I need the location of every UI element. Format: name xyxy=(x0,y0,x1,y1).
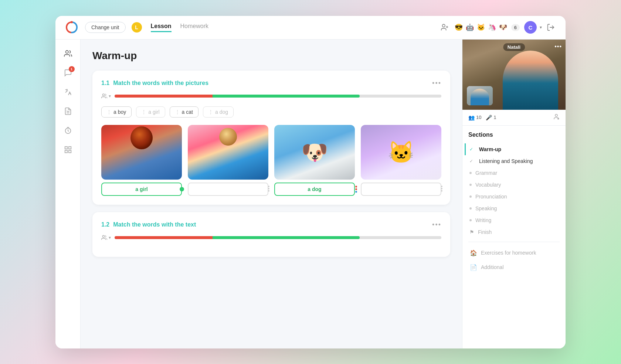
section-item-additional[interactable]: 📄 Additional xyxy=(468,260,560,275)
answer-box-boy[interactable] xyxy=(188,183,268,196)
section-item-speaking[interactable]: Speaking xyxy=(465,203,560,214)
settings-icon[interactable] xyxy=(553,113,560,122)
sidebar-translate-icon[interactable] xyxy=(60,84,76,100)
section-item-warmup[interactable]: ✓ Warm-up xyxy=(465,143,560,155)
exercise-title-2: 1.2 Match the words with the text xyxy=(101,221,196,228)
user-menu-button[interactable]: C xyxy=(524,21,537,34)
progress-group-icon-2[interactable]: ▾ xyxy=(101,235,111,241)
user-count-badge: 6 xyxy=(511,24,520,31)
section-name-homework: Exercises for homework xyxy=(481,250,536,256)
header-right: 😎 🤖 🐱 🦄 🐶 6 C ▾ xyxy=(439,21,557,34)
more-options-icon-2[interactable]: ••• xyxy=(432,221,441,229)
svg-point-5 xyxy=(65,50,68,53)
svg-point-16 xyxy=(268,190,269,191)
more-options-icon-1[interactable]: ••• xyxy=(432,79,441,87)
section-name-speaking: Speaking xyxy=(475,205,497,211)
progress-group-icon[interactable]: ▾ xyxy=(101,93,111,99)
sidebar: 1 xyxy=(55,40,81,348)
answer-box-girl[interactable]: a girl xyxy=(101,183,182,196)
main-content: 1 xyxy=(55,40,566,348)
word-chips: a boy a girl a cat a dog xyxy=(101,106,441,118)
change-unit-button[interactable]: Change unit xyxy=(85,22,126,33)
section-item-listening[interactable]: ✓ Listening and Speaking xyxy=(465,155,560,167)
exercise-label-2: Match the words with the text xyxy=(113,221,196,228)
image-item-cat: 🐱 xyxy=(361,125,441,196)
listening-check-icon: ✓ xyxy=(469,159,475,164)
lesson-title: Warm-up xyxy=(92,50,450,62)
avatar-1: 😎 xyxy=(454,22,464,33)
logout-icon[interactable] xyxy=(545,21,557,33)
sidebar-grid-icon[interactable] xyxy=(60,142,76,158)
participants-icon: 👥 xyxy=(468,115,475,120)
video-area: Natali ••• xyxy=(462,40,566,110)
exercise-card-1: 1.1 Match the words with the pictures ••… xyxy=(92,71,450,205)
add-user-icon[interactable] xyxy=(439,21,451,33)
exercise-num-1: 1.1 xyxy=(101,80,109,86)
right-panel: Natali ••• 👥 10 🎤 1 xyxy=(462,40,566,348)
svg-rect-9 xyxy=(65,146,67,149)
image-grid: a girl xyxy=(101,125,441,196)
house-icon: 🏠 xyxy=(470,249,477,256)
section-item-writing[interactable]: Writing xyxy=(465,214,560,226)
answer-box-dog[interactable]: a dog xyxy=(274,183,355,196)
image-item-dog: 🐶 a dog xyxy=(274,125,355,196)
exercise-label-1: Match the words with the pictures xyxy=(113,80,208,86)
progress-bar-green xyxy=(213,95,360,98)
speaking-dot xyxy=(469,207,472,210)
logo xyxy=(64,20,79,35)
svg-point-14 xyxy=(268,186,269,187)
writing-dot xyxy=(469,219,472,221)
section-item-vocabulary[interactable]: Vocabulary xyxy=(465,179,560,191)
stat-participants: 👥 10 xyxy=(468,115,481,120)
image-box-dog: 🐶 xyxy=(274,125,355,180)
tab-homework[interactable]: Homework xyxy=(180,23,208,32)
section-item-grammar[interactable]: Grammar xyxy=(465,167,560,179)
tab-lesson[interactable]: Lesson xyxy=(151,23,172,32)
svg-rect-12 xyxy=(65,150,67,152)
lesson-area: Warm-up 1.1 Match the words with the pic… xyxy=(81,40,462,348)
participants-count: 10 xyxy=(476,115,481,120)
section-name-listening: Listening and Speaking xyxy=(479,158,533,164)
word-chip-cat[interactable]: a cat xyxy=(170,106,198,118)
svg-point-0 xyxy=(71,21,73,23)
chevron-down-icon[interactable]: ▾ xyxy=(540,25,542,30)
section-name-finish: Finish xyxy=(478,229,492,235)
video-more-icon[interactable]: ••• xyxy=(554,43,562,50)
word-chip-boy[interactable]: a boy xyxy=(101,106,132,118)
progress-bar-1 xyxy=(115,95,441,98)
nav-tabs: Lesson Homework xyxy=(151,23,208,32)
grammar-dot xyxy=(469,172,472,174)
image-item-girl: a girl xyxy=(101,125,182,196)
sidebar-notes-icon[interactable] xyxy=(60,103,76,119)
correct-dot-girl xyxy=(180,187,184,191)
avatar-4: 🦄 xyxy=(487,22,497,33)
sections-title: Sections xyxy=(468,132,560,138)
avatar-2: 🤖 xyxy=(465,22,475,33)
exercise-num-2: 1.2 xyxy=(101,221,109,228)
section-item-pronunciation[interactable]: Pronunciation xyxy=(465,191,560,203)
image-box-cat: 🐱 xyxy=(361,125,441,180)
exercise-header-1: 1.1 Match the words with the pictures ••… xyxy=(101,79,441,87)
svg-point-18 xyxy=(441,188,442,189)
section-item-finish[interactable]: ⚑ Finish xyxy=(465,226,560,238)
section-name-writing: Writing xyxy=(475,217,491,223)
svg-point-19 xyxy=(441,190,442,191)
progress-row-2: ▾ xyxy=(101,235,441,241)
word-chip-dog[interactable]: a dog xyxy=(203,106,234,118)
sidebar-timer-icon[interactable] xyxy=(60,122,76,139)
exercise-header-2: 1.2 Match the words with the text ••• xyxy=(101,221,441,229)
answer-box-cat[interactable] xyxy=(361,183,441,196)
progress-bar-2 xyxy=(115,236,441,239)
exercise-card-2: 1.2 Match the words with the text ••• ▾ xyxy=(92,212,450,257)
avatar-5: 🐶 xyxy=(498,22,508,33)
section-item-homework[interactable]: 🏠 Exercises for homework xyxy=(468,246,560,260)
section-name-warmup: Warm-up xyxy=(479,146,501,152)
svg-rect-11 xyxy=(68,150,71,152)
warmup-check-icon: ✓ xyxy=(469,147,475,152)
sidebar-chat-icon[interactable]: 1 xyxy=(60,65,76,81)
svg-point-13 xyxy=(102,94,104,96)
sidebar-people-icon[interactable] xyxy=(60,45,76,62)
svg-point-15 xyxy=(268,188,269,189)
word-chip-girl[interactable]: a girl xyxy=(136,106,165,118)
progress-bar-red-2 xyxy=(115,236,213,239)
